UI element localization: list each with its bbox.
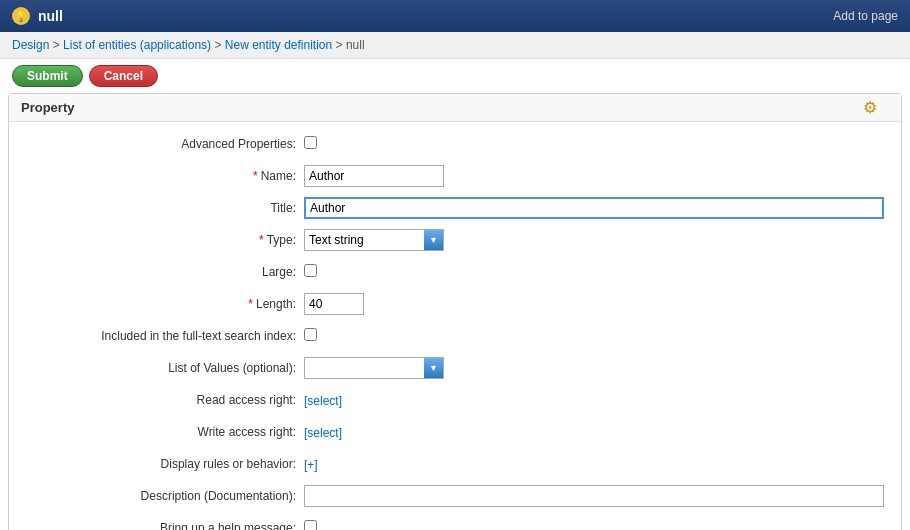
list-of-values-label: List of Values (optional): xyxy=(9,361,304,375)
read-access-label: Read access right: xyxy=(9,393,304,407)
title-label: Title: xyxy=(9,201,304,215)
add-to-page-button[interactable]: Add to page xyxy=(833,9,898,23)
description-input[interactable] xyxy=(304,485,884,507)
display-rules-link[interactable]: [+] xyxy=(304,458,318,472)
header-title: null xyxy=(38,8,63,24)
length-input[interactable] xyxy=(304,293,364,315)
display-rules-label: Display rules or behavior: xyxy=(9,457,304,471)
breadcrumb-list-entities[interactable]: List of entities (applications) xyxy=(63,38,211,52)
help-message-checkbox[interactable] xyxy=(304,520,317,530)
help-message-label: Bring up a help message: xyxy=(9,521,304,530)
list-of-values-select[interactable] xyxy=(304,357,444,379)
read-access-link[interactable]: [select] xyxy=(304,394,342,408)
settings-icon: ⚙ xyxy=(863,98,877,117)
submit-button-top[interactable]: Submit xyxy=(12,65,83,87)
advanced-properties-label: Advanced Properties: xyxy=(9,137,304,151)
name-label: *Name: xyxy=(9,169,304,183)
length-label: *Length: xyxy=(9,297,304,311)
large-label: Large: xyxy=(9,265,304,279)
app-icon: 💡 xyxy=(12,7,30,25)
list-of-values-select-wrap xyxy=(304,357,444,379)
breadcrumb-new-entity[interactable]: New entity definition xyxy=(225,38,332,52)
breadcrumb-current: null xyxy=(346,38,365,52)
search-index-checkbox[interactable] xyxy=(304,328,317,341)
type-select-wrap: Text string Integer Float Boolean Date F… xyxy=(304,229,444,251)
cancel-button-top[interactable]: Cancel xyxy=(89,65,158,87)
write-access-link[interactable]: [select] xyxy=(304,426,342,440)
title-input[interactable] xyxy=(304,197,884,219)
write-access-label: Write access right: xyxy=(9,425,304,439)
section-title: Property xyxy=(9,94,901,122)
breadcrumb: Design > List of entities (applications)… xyxy=(0,32,910,59)
search-index-label: Included in the full-text search index: xyxy=(9,329,304,343)
large-checkbox[interactable] xyxy=(304,264,317,277)
name-input[interactable] xyxy=(304,165,444,187)
breadcrumb-design[interactable]: Design xyxy=(12,38,49,52)
type-label: *Type: xyxy=(9,233,304,247)
type-select[interactable]: Text string Integer Float Boolean Date F… xyxy=(304,229,444,251)
advanced-properties-checkbox[interactable] xyxy=(304,136,317,149)
description-label: Description (Documentation): xyxy=(9,489,304,503)
